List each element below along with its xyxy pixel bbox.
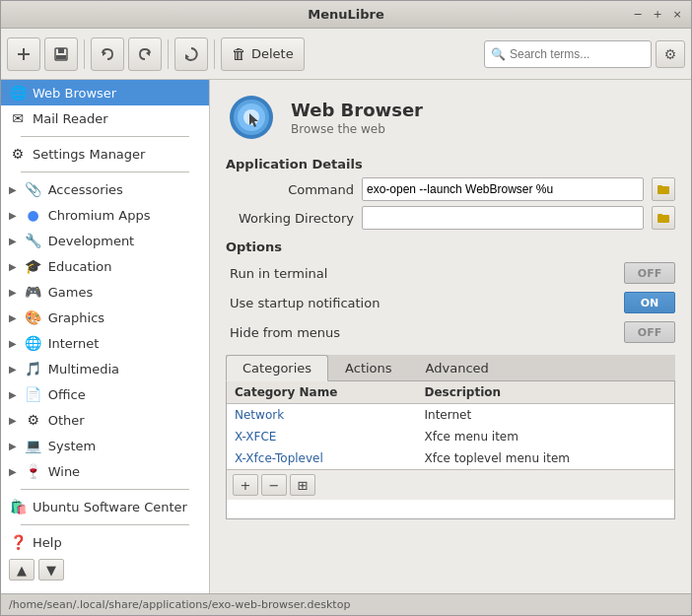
status-path: /home/sean/.local/share/applications/exo…: [9, 598, 350, 611]
command-browse-button[interactable]: [652, 177, 675, 201]
col-category-name: Category Name: [227, 381, 416, 404]
main-window: MenuLibre − + ×: [0, 0, 692, 616]
use-startup-notification-toggle[interactable]: ON: [624, 292, 675, 313]
command-row: Command: [226, 177, 675, 201]
system-icon: 💻: [25, 437, 42, 454]
tab-actions[interactable]: Actions: [328, 355, 409, 381]
table-row[interactable]: NetworkInternet: [227, 404, 674, 427]
working-dir-browse-button[interactable]: [652, 206, 675, 230]
svg-rect-13: [657, 186, 669, 194]
expand-arrow: ▶: [9, 210, 17, 221]
redo-icon: [136, 45, 154, 63]
table-remove-button[interactable]: −: [261, 474, 287, 496]
sidebar-item-internet[interactable]: ▶ 🌐 Internet: [1, 330, 209, 356]
close-button[interactable]: ×: [669, 7, 685, 23]
add-icon: +: [241, 478, 251, 493]
separator-line: [21, 489, 189, 490]
chromium-apps-icon: ●: [25, 206, 42, 224]
tab-advanced[interactable]: Advanced: [409, 355, 506, 381]
sidebar-item-games[interactable]: ▶ 🎮 Games: [1, 279, 209, 305]
options-header: Options: [226, 240, 675, 254]
sidebar-item-label: Internet: [48, 336, 100, 351]
sidebar-item-development[interactable]: ▶ 🔧 Development: [1, 228, 209, 253]
use-startup-notification-label: Use startup notification: [226, 296, 380, 310]
table-body: NetworkInternetX-XFCEXfce menu itemX-Xfc…: [227, 404, 674, 470]
sidebar-down-button[interactable]: ▼: [38, 559, 64, 581]
sidebar-item-ubuntu-software-center[interactable]: 🛍️ Ubuntu Software Center: [1, 494, 209, 519]
tabs-header: Categories Actions Advanced: [226, 355, 675, 381]
toggle-state: ON: [641, 297, 659, 309]
expand-arrow: ▶: [9, 415, 17, 426]
add-button[interactable]: [7, 37, 40, 71]
minimize-button[interactable]: −: [630, 7, 646, 23]
accessories-icon: 📎: [25, 180, 42, 198]
sidebar-item-wine[interactable]: ▶ 🍷 Wine: [1, 458, 209, 484]
sidebar-item-web-browser[interactable]: 🌐 Web Browser: [1, 80, 209, 105]
sidebar-item-label: Mail Reader: [33, 111, 108, 126]
app-title: Web Browser: [291, 100, 423, 120]
maximize-button[interactable]: +: [650, 7, 665, 23]
undo-button[interactable]: [91, 37, 124, 71]
sidebar-item-education[interactable]: ▶ 🎓 Education: [1, 253, 209, 279]
games-icon: 🎮: [25, 283, 42, 301]
redo-button[interactable]: [128, 37, 162, 71]
statusbar: /home/sean/.local/share/applications/exo…: [1, 593, 691, 615]
search-input[interactable]: [510, 47, 638, 61]
sidebar-item-label: Development: [48, 234, 135, 248]
sidebar-item-office[interactable]: ▶ 📄 Office: [1, 381, 209, 407]
sidebar-item-other[interactable]: ▶ ⚙️ Other: [1, 407, 209, 433]
edit-icon: ⊞: [298, 478, 309, 493]
development-icon: 🔧: [25, 232, 42, 249]
expand-arrow: ▶: [9, 287, 17, 298]
save-icon: [52, 45, 70, 63]
sidebar-item-chromium-apps[interactable]: ▶ ● Chromium Apps: [1, 202, 209, 228]
sidebar-item-multimedia[interactable]: ▶ 🎵 Multimedia: [1, 356, 209, 381]
sidebar-item-settings-manager[interactable]: ⚙️ Settings Manager: [1, 141, 209, 167]
svg-rect-3: [58, 48, 64, 53]
sidebar-up-button[interactable]: ▲: [9, 559, 35, 581]
svg-marker-5: [103, 50, 106, 56]
separator-line: [21, 171, 189, 172]
expand-arrow: ▶: [9, 441, 17, 451]
hide-from-menus-toggle[interactable]: OFF: [624, 321, 675, 343]
app-info: Web Browser Browse the web: [291, 100, 423, 136]
working-dir-input[interactable]: [362, 206, 644, 230]
sidebar-item-graphics[interactable]: ▶ 🎨 Graphics: [1, 305, 209, 330]
refresh-button[interactable]: [174, 37, 208, 71]
refresh-icon: [182, 45, 200, 63]
save-button[interactable]: [44, 37, 78, 71]
settings-button[interactable]: ⚙: [656, 40, 685, 68]
sidebar-item-label: Wine: [48, 464, 80, 479]
sidebar-item-accessories[interactable]: ▶ 📎 Accessories: [1, 176, 209, 202]
sidebar-item-label: Games: [48, 285, 93, 300]
run-in-terminal-toggle[interactable]: OFF: [624, 262, 675, 284]
sidebar: 🌐 Web Browser ✉️ Mail Reader ⚙️ Settings…: [1, 80, 210, 593]
svg-rect-15: [657, 215, 669, 223]
sidebar-item-help[interactable]: ❓ Help: [1, 529, 209, 555]
col-description: Description: [416, 381, 674, 404]
education-icon: 🎓: [25, 257, 42, 275]
add-icon: [15, 45, 33, 63]
table-add-button[interactable]: +: [233, 474, 258, 496]
multimedia-icon: 🎵: [25, 360, 42, 377]
toggle-state: OFF: [638, 267, 661, 280]
table-row[interactable]: X-Xfce-ToplevelXfce toplevel menu item: [227, 447, 674, 469]
titlebar: MenuLibre − + ×: [1, 1, 691, 29]
expand-arrow: ▶: [9, 389, 17, 400]
sidebar-item-label: Web Browser: [33, 86, 116, 101]
table-row[interactable]: X-XFCEXfce menu item: [227, 426, 674, 447]
hide-from-menus-row: Hide from menus OFF: [226, 319, 675, 345]
sidebar-item-label: Settings Manager: [33, 147, 145, 162]
command-input[interactable]: [362, 177, 644, 201]
sidebar-item-label: Multimedia: [48, 362, 119, 376]
toolbar-separator-1: [84, 39, 85, 69]
window-controls-right: − + ×: [630, 7, 685, 23]
app-subtitle: Browse the web: [291, 122, 423, 136]
delete-button[interactable]: 🗑 Delete: [221, 37, 305, 71]
sidebar-nav: ▲ ▼: [1, 555, 209, 584]
sidebar-item-system[interactable]: ▶ 💻 System: [1, 433, 209, 458]
tab-categories[interactable]: Categories: [226, 355, 328, 381]
table-edit-button[interactable]: ⊞: [290, 474, 315, 496]
sidebar-item-mail-reader[interactable]: ✉️ Mail Reader: [1, 105, 209, 131]
toolbar-separator-2: [168, 39, 169, 69]
